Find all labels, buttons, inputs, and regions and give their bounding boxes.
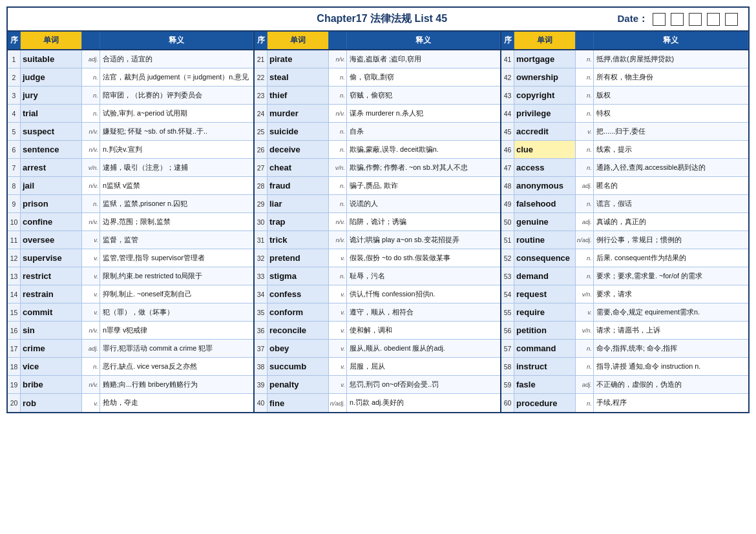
cell-word: ownership bbox=[514, 68, 576, 86]
cell-word: bribe bbox=[21, 376, 82, 393]
table-row: 37 obey v. 服从,顺从. obedient 服从的adj. bbox=[255, 340, 500, 358]
cell-pos: n/v. bbox=[329, 213, 347, 231]
cell-num: 60 bbox=[501, 394, 514, 412]
main-container: Chapter17 法律法规 List 45 Date： 序 单词 释义 序 单… bbox=[6, 6, 750, 413]
table-row: 27 cheat v/n. 欺骗,作弊; 作弊者. ~on sb.对其人不忠 bbox=[255, 159, 500, 177]
cell-word: procedure bbox=[514, 394, 576, 412]
cell-num: 8 bbox=[8, 177, 21, 194]
cell-def: 监狱，监禁,prisoner n.囚犯 bbox=[100, 195, 253, 212]
cell-num: 37 bbox=[255, 340, 268, 357]
cell-num: 57 bbox=[501, 340, 514, 357]
cell-pos: n. bbox=[576, 267, 594, 285]
cell-pos: n. bbox=[576, 358, 594, 375]
table-row: 36 reconcile v. 使和解，调和 bbox=[255, 322, 500, 340]
cell-num: 45 bbox=[501, 123, 514, 140]
cell-num: 29 bbox=[255, 195, 268, 212]
cell-word: fraud bbox=[268, 177, 329, 194]
cell-word: confine bbox=[21, 213, 82, 231]
cell-num: 59 bbox=[501, 376, 514, 393]
cell-def: 不正确的，虚假的，伪造的 bbox=[594, 376, 748, 393]
cell-pos: v. bbox=[82, 303, 100, 321]
col-word-1: 单词 bbox=[21, 32, 82, 49]
cell-num: 25 bbox=[255, 123, 268, 140]
col-pos-3 bbox=[576, 32, 594, 49]
cell-word: petition bbox=[514, 322, 576, 339]
section-left: 1 suitable adj. 合适的，适宜的 2 judge n. 法官，裁判… bbox=[8, 50, 255, 412]
cell-num: 19 bbox=[8, 376, 21, 393]
table-row: 12 supervise v. 监管,管理,指导 supervisor管理者 bbox=[8, 249, 253, 267]
section-right: 41 mortgage n. 抵押,借款(房屋抵押贷款) 42 ownershi… bbox=[501, 50, 748, 412]
cell-word: trick bbox=[268, 231, 329, 249]
col-pos-1 bbox=[82, 32, 100, 49]
cell-num: 31 bbox=[255, 231, 268, 249]
cell-def: 所有权，物主身份 bbox=[594, 68, 748, 86]
table-row: 14 restrain v. 抑制,制止. ~oneself克制自己 bbox=[8, 285, 253, 303]
cell-word: jury bbox=[21, 87, 82, 104]
table-row: 5 suspect n/v. 嫌疑犯; 怀疑 ~sb. of sth.怀疑..于… bbox=[8, 123, 253, 141]
cell-def: 后果. consequent作为结果的 bbox=[594, 249, 748, 267]
table-row: 23 thief n. 窃贼，偷窃犯 bbox=[255, 87, 500, 105]
cell-word: restrict bbox=[21, 267, 82, 285]
cell-word: trial bbox=[21, 105, 82, 122]
cell-num: 54 bbox=[501, 285, 514, 303]
cell-num: 48 bbox=[501, 177, 514, 194]
cell-def: 谎言，假话 bbox=[594, 195, 748, 212]
cell-def: 指导,讲授 通知,命令 instruction n. bbox=[594, 358, 748, 375]
cell-word: suitable bbox=[21, 50, 82, 68]
cell-def: 诡计;哄骗 play a~on sb.变花招捉弄 bbox=[347, 231, 500, 249]
table-row: 15 commit v. 犯（罪），做（坏事） bbox=[8, 303, 253, 322]
col-pos-2 bbox=[329, 32, 347, 49]
cell-def: 法官，裁判员 judgement（= judgment）n.意见 bbox=[100, 68, 253, 86]
cell-num: 24 bbox=[255, 105, 268, 122]
table-row: 43 copyright n. 版权 bbox=[501, 87, 748, 105]
cell-def: 海盗,盗版者 ;盗印,窃用 bbox=[347, 50, 500, 68]
cell-word: consequence bbox=[514, 249, 576, 267]
cell-word: privilege bbox=[514, 105, 576, 122]
cell-pos: n/v. bbox=[329, 105, 347, 122]
cell-def: 嫌疑犯; 怀疑 ~sb. of sth.怀疑..于.. bbox=[100, 123, 253, 140]
cell-pos: n. bbox=[576, 50, 594, 68]
cell-pos: v. bbox=[329, 376, 347, 393]
cell-num: 46 bbox=[501, 141, 514, 158]
table-row: 24 murder n/v. 谋杀 murderer n.杀人犯 bbox=[255, 105, 500, 123]
cell-def: 谋杀 murderer n.杀人犯 bbox=[347, 105, 500, 122]
cell-def: n.罚款 adj.美好的 bbox=[347, 394, 500, 412]
col-seq-1: 序 bbox=[8, 32, 21, 49]
cell-num: 32 bbox=[255, 249, 268, 267]
cell-pos: n. bbox=[576, 68, 594, 86]
cell-pos: v/n. bbox=[82, 159, 100, 176]
cell-def: 边界,范围；限制,监禁 bbox=[100, 213, 253, 231]
cell-def: 贿赂;向...行贿 bribery贿赂行为 bbox=[100, 376, 253, 393]
table-row: 20 rob v. 抢劫，夺走 bbox=[8, 394, 253, 412]
cell-word: supervise bbox=[21, 249, 82, 267]
col-def-2: 释义 bbox=[347, 32, 500, 49]
table-row: 7 arrest v/n. 逮捕，吸引（注意）；逮捕 bbox=[8, 159, 253, 177]
cell-def: 欺骗,蒙蔽,误导. deceit欺骗n. bbox=[347, 141, 500, 158]
cell-num: 12 bbox=[8, 249, 21, 267]
cell-pos: adj. bbox=[576, 213, 594, 231]
table-row: 29 liar n. 说谎的人 bbox=[255, 195, 500, 213]
cell-word: routine bbox=[514, 231, 576, 249]
cell-num: 53 bbox=[501, 267, 514, 285]
cell-word: sin bbox=[21, 322, 82, 339]
table-row: 39 penalty v. 惩罚,刑罚 on~of否则会受..罚 bbox=[255, 376, 500, 394]
cell-num: 30 bbox=[255, 213, 268, 231]
table-row: 10 confine n/v. 边界,范围；限制,监禁 bbox=[8, 213, 253, 231]
cell-word: suicide bbox=[268, 123, 329, 140]
cell-def: 合适的，适宜的 bbox=[100, 50, 253, 68]
cell-pos: n/v. bbox=[329, 231, 347, 249]
cell-num: 9 bbox=[8, 195, 21, 212]
cell-def: 线索，提示 bbox=[594, 141, 748, 158]
cell-pos: v/n. bbox=[576, 285, 594, 303]
cell-num: 10 bbox=[8, 213, 21, 231]
cell-pos: n/adj. bbox=[576, 231, 594, 249]
table-row: 40 fine n/adj. n.罚款 adj.美好的 bbox=[255, 394, 500, 412]
cell-pos: n. bbox=[82, 105, 100, 122]
table-row: 1 suitable adj. 合适的，适宜的 bbox=[8, 50, 253, 68]
cell-word: accredit bbox=[514, 123, 576, 140]
cell-pos: n. bbox=[576, 141, 594, 158]
table-row: 55 require v. 需要,命令,规定 equirement需求n. bbox=[501, 303, 748, 322]
cell-num: 55 bbox=[501, 303, 514, 321]
cell-def: 要求；要求,需求量. ~for/of 的需求 bbox=[594, 267, 748, 285]
cell-num: 15 bbox=[8, 303, 21, 321]
